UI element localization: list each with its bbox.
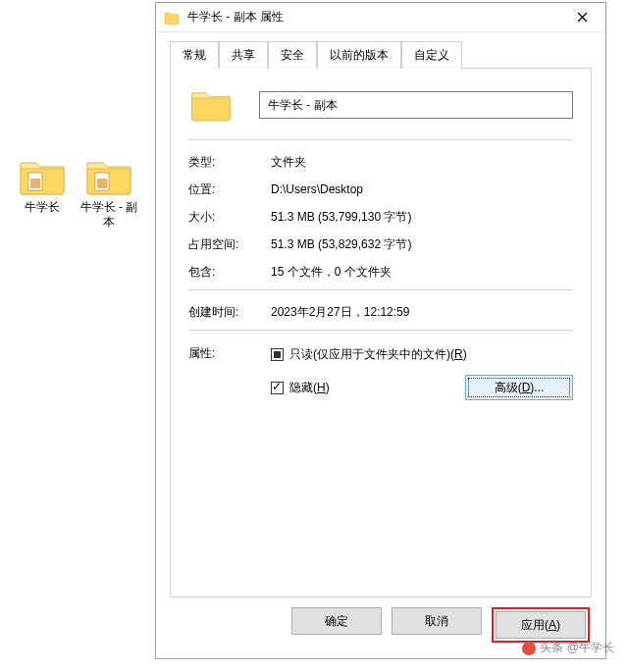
readonly-checkbox[interactable]	[271, 348, 284, 361]
cancel-button[interactable]: 取消	[392, 607, 482, 635]
tab-sharing[interactable]: 共享	[219, 41, 268, 69]
tab-previous-versions[interactable]: 以前的版本	[317, 41, 401, 69]
contains-value: 15 个文件，0 个文件夹	[271, 262, 573, 282]
desktop-folder-1-label: 牛学长	[10, 200, 75, 215]
titlebar[interactable]: 牛学长 - 副本 属性	[156, 3, 605, 32]
folder-icon	[190, 86, 232, 124]
row-contains: 包含: 15 个文件，0 个文件夹	[188, 262, 573, 282]
attributes-label: 属性:	[188, 342, 271, 400]
advanced-button[interactable]: 高级(D)...	[465, 375, 573, 400]
separator	[188, 330, 573, 331]
tab-security[interactable]: 安全	[268, 41, 317, 69]
dialog-buttons: 确定 取消 应用(A)	[170, 597, 592, 645]
folder-icon	[164, 11, 180, 25]
svg-rect-1	[30, 179, 40, 188]
close-button[interactable]	[562, 4, 602, 31]
created-value: 2023年2月27日，12:12:59	[271, 302, 573, 322]
created-label: 创建时间:	[188, 302, 271, 322]
location-value: D:\Users\Desktop	[271, 180, 573, 199]
location-label: 位置:	[188, 180, 271, 199]
apply-highlight: 应用(A)	[492, 607, 590, 643]
size-label: 大小:	[188, 207, 271, 227]
row-created: 创建时间: 2023年2月27日，12:12:59	[188, 302, 573, 322]
properties-dialog: 牛学长 - 副本 属性 常规 共享 安全 以前的版本 自定义	[155, 2, 606, 659]
folder-name-input[interactable]	[259, 91, 573, 119]
row-type: 类型: 文件夹	[188, 152, 573, 172]
disk-size-label: 占用空间:	[188, 234, 271, 254]
svg-rect-3	[97, 179, 107, 188]
hidden-label[interactable]: 隐藏(H)	[289, 380, 330, 396]
hidden-row: 隐藏(H)	[271, 380, 330, 396]
size-value: 51.3 MB (53,799,130 字节)	[271, 207, 573, 227]
row-size: 大小: 51.3 MB (53,799,130 字节)	[188, 207, 573, 227]
folder-icon	[19, 157, 66, 196]
close-icon	[577, 12, 588, 23]
tab-panel-general: 类型: 文件夹 位置: D:\Users\Desktop 大小: 51.3 MB…	[170, 68, 592, 597]
desktop-folder-2[interactable]: 牛学长 - 副本	[77, 157, 141, 230]
folder-icon	[85, 157, 132, 196]
watermark: 头条 @牛学长	[522, 640, 614, 656]
disk-size-value: 51.3 MB (53,829,632 字节)	[271, 234, 573, 254]
desktop-folder-2-label: 牛学长 - 副本	[77, 200, 141, 230]
apply-button[interactable]: 应用(A)	[496, 611, 586, 639]
row-location: 位置: D:\Users\Desktop	[188, 180, 573, 199]
type-label: 类型:	[188, 152, 271, 172]
type-value: 文件夹	[271, 152, 573, 172]
readonly-label[interactable]: 只读(仅应用于文件夹中的文件)(R)	[289, 346, 467, 363]
attributes-block: 属性: 只读(仅应用于文件夹中的文件)(R) 隐藏(H) 高级(D)...	[188, 342, 573, 400]
desktop-folder-1[interactable]: 牛学长	[10, 157, 75, 215]
tabstrip: 常规 共享 安全 以前的版本 自定义	[170, 40, 592, 68]
row-disk-size: 占用空间: 51.3 MB (53,829,632 字节)	[188, 234, 573, 254]
dialog-body: 常规 共享 安全 以前的版本 自定义 类型: 文件夹 位置: D:\Users	[156, 32, 605, 658]
readonly-row: 只读(仅应用于文件夹中的文件)(R)	[271, 346, 573, 363]
separator	[188, 139, 573, 140]
separator	[188, 289, 573, 290]
watermark-text: 头条 @牛学长	[540, 640, 614, 656]
hidden-checkbox[interactable]	[271, 382, 284, 394]
tab-customize[interactable]: 自定义	[401, 41, 462, 69]
dialog-title: 牛学长 - 副本 属性	[187, 9, 562, 26]
watermark-icon	[522, 642, 536, 655]
tab-general[interactable]: 常规	[170, 41, 219, 69]
contains-label: 包含:	[188, 262, 271, 282]
ok-button[interactable]: 确定	[291, 607, 382, 635]
